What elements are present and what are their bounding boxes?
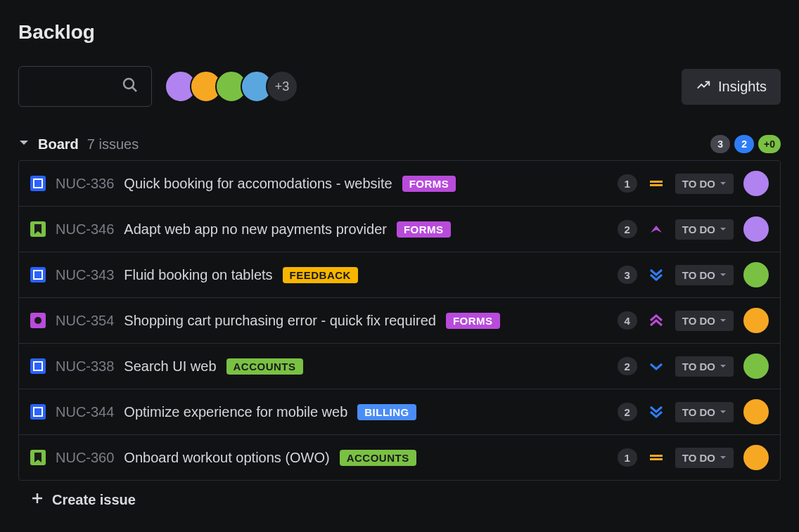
story-icon bbox=[30, 404, 46, 420]
issue-label[interactable]: FORMS bbox=[402, 176, 456, 192]
issue-list: NUC-336Quick booking for accomodations -… bbox=[18, 160, 781, 481]
issue-title: Quick booking for accomodations - websit… bbox=[124, 176, 392, 192]
avatar-overflow[interactable]: +3 bbox=[266, 70, 298, 103]
assignee-avatar[interactable] bbox=[743, 445, 769, 470]
svg-rect-3 bbox=[650, 184, 663, 186]
issue-label[interactable]: ACCOUNTS bbox=[340, 450, 416, 466]
story-icon bbox=[30, 176, 46, 191]
status-dropdown[interactable]: TO DO bbox=[675, 402, 734, 422]
issue-row[interactable]: NUC-344Optimize experience for mobile we… bbox=[19, 389, 780, 435]
story-icon bbox=[30, 267, 46, 283]
issue-title: Optimize experience for mobile web bbox=[124, 404, 347, 420]
priority-high-icon[interactable] bbox=[647, 221, 665, 237]
search-input[interactable] bbox=[18, 66, 152, 107]
issue-key: NUC-360 bbox=[56, 450, 114, 466]
bug-icon bbox=[30, 313, 46, 328]
svg-line-1 bbox=[132, 87, 136, 91]
status-dropdown[interactable]: TO DO bbox=[675, 311, 734, 331]
priority-medium-icon[interactable] bbox=[647, 176, 665, 191]
feature-icon bbox=[30, 221, 46, 237]
create-issue-label: Create issue bbox=[52, 492, 136, 508]
issue-key: NUC-354 bbox=[56, 313, 114, 329]
svg-point-0 bbox=[124, 79, 134, 89]
story-points: 1 bbox=[618, 174, 637, 193]
status-dropdown[interactable]: TO DO bbox=[675, 219, 734, 240]
assignee-avatar[interactable] bbox=[743, 308, 769, 333]
priority-medium-icon[interactable] bbox=[647, 450, 665, 465]
issue-key: NUC-346 bbox=[56, 221, 114, 238]
issue-label[interactable]: FORMS bbox=[397, 221, 451, 238]
pill-inprogress[interactable]: 2 bbox=[734, 135, 754, 153]
pill-done[interactable]: +0 bbox=[758, 135, 781, 153]
story-icon bbox=[30, 358, 46, 374]
issue-title: Adapt web app no new payments provider bbox=[124, 221, 387, 238]
issue-count: 7 issues bbox=[87, 136, 139, 153]
issue-label[interactable]: FORMS bbox=[446, 313, 500, 329]
page-title: Backlog bbox=[18, 21, 781, 44]
priority-lowest-icon[interactable] bbox=[647, 267, 665, 283]
assignee-avatar[interactable] bbox=[743, 216, 769, 242]
assignee-avatar[interactable] bbox=[743, 262, 769, 287]
issue-row[interactable]: NUC-336Quick booking for accomodations -… bbox=[19, 161, 780, 207]
issue-key: NUC-338 bbox=[56, 358, 114, 375]
issue-label[interactable]: ACCOUNTS bbox=[226, 358, 303, 375]
section-header: Board 7 issues 3 2 +0 bbox=[18, 135, 781, 153]
insights-label: Insights bbox=[718, 79, 767, 95]
status-dropdown[interactable]: TO DO bbox=[675, 356, 734, 377]
plus-icon bbox=[31, 492, 44, 508]
issue-title: Onboard workout options (OWO) bbox=[124, 450, 329, 466]
issue-title: Shopping cart purchasing error - quick f… bbox=[124, 313, 436, 329]
status-pills: 3 2 +0 bbox=[710, 135, 781, 153]
assignee-avatar[interactable] bbox=[743, 399, 769, 424]
issue-row[interactable]: NUC-360Onboard workout options (OWO)ACCO… bbox=[19, 435, 780, 480]
svg-rect-4 bbox=[650, 455, 663, 457]
status-dropdown[interactable]: TO DO bbox=[675, 265, 734, 285]
issue-key: NUC-336 bbox=[56, 176, 114, 192]
status-dropdown[interactable]: TO DO bbox=[675, 448, 734, 468]
issue-label[interactable]: BILLING bbox=[357, 404, 416, 420]
issue-row[interactable]: NUC-354Shopping cart purchasing error - … bbox=[19, 298, 780, 344]
story-points: 2 bbox=[618, 403, 637, 421]
chevron-down-icon[interactable] bbox=[18, 137, 30, 151]
issue-row[interactable]: NUC-343Fluid booking on tabletsFEEDBACK3… bbox=[19, 252, 780, 298]
story-points: 2 bbox=[618, 357, 637, 375]
issue-title: Fluid booking on tablets bbox=[124, 267, 272, 283]
assignee-avatar[interactable] bbox=[743, 353, 769, 379]
issue-row[interactable]: NUC-338Search UI webACCOUNTS2TO DO bbox=[19, 344, 780, 389]
story-points: 3 bbox=[618, 266, 637, 284]
insights-button[interactable]: Insights bbox=[682, 69, 781, 105]
story-points: 4 bbox=[618, 311, 637, 330]
story-points: 2 bbox=[618, 220, 637, 238]
pill-todo[interactable]: 3 bbox=[710, 135, 730, 153]
priority-highest-icon[interactable] bbox=[647, 313, 665, 328]
svg-rect-2 bbox=[650, 181, 663, 183]
create-issue-button[interactable]: Create issue bbox=[18, 481, 781, 519]
feature-icon bbox=[30, 450, 46, 465]
chart-icon bbox=[696, 77, 711, 96]
assignee-avatar[interactable] bbox=[743, 171, 769, 196]
issue-key: NUC-344 bbox=[56, 404, 114, 420]
section-title: Board bbox=[38, 136, 79, 153]
issue-label[interactable]: FEEDBACK bbox=[283, 267, 358, 283]
issue-row[interactable]: NUC-346Adapt web app no new payments pro… bbox=[19, 207, 780, 252]
status-dropdown[interactable]: TO DO bbox=[675, 174, 734, 194]
issue-title: Search UI web bbox=[124, 358, 216, 375]
priority-lowest-icon[interactable] bbox=[647, 404, 665, 420]
priority-low-icon[interactable] bbox=[647, 358, 665, 374]
avatar-group: +3 bbox=[165, 70, 298, 103]
toolbar: +3 Insights bbox=[18, 66, 781, 107]
issue-key: NUC-343 bbox=[56, 267, 114, 283]
search-icon bbox=[122, 77, 139, 96]
story-points: 1 bbox=[618, 448, 637, 467]
svg-rect-5 bbox=[650, 458, 663, 460]
